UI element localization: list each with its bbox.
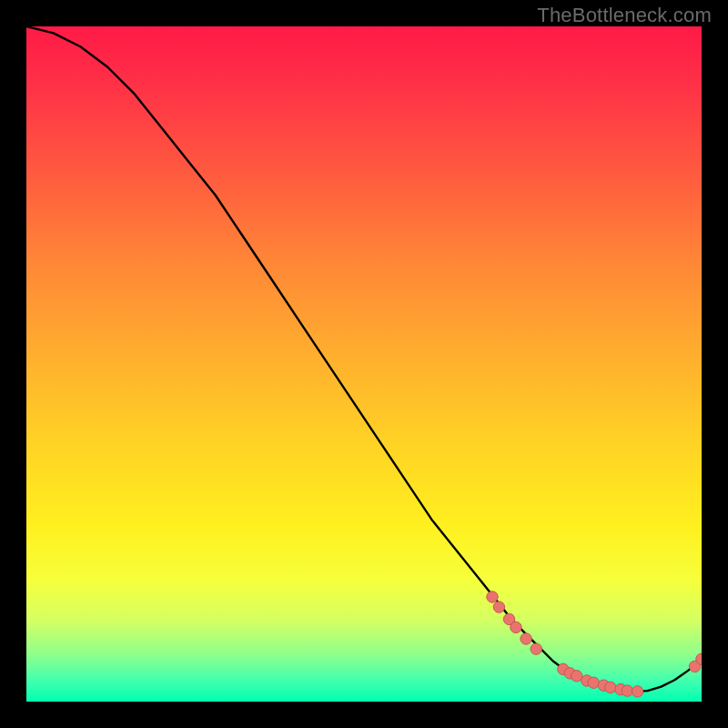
data-marker [521, 633, 531, 644]
data-marker [605, 682, 616, 693]
plot-area [26, 26, 702, 702]
data-marker [493, 602, 504, 612]
data-marker [571, 671, 582, 682]
data-marker [531, 643, 541, 654]
data-marker [487, 592, 498, 602]
data-marker [588, 677, 599, 688]
chart-frame: TheBottleneck.com [0, 0, 728, 728]
data-marker [622, 685, 632, 696]
chart-overlay [26, 26, 702, 702]
data-markers [487, 592, 702, 697]
data-marker [511, 622, 521, 632]
data-marker [632, 686, 642, 697]
watermark-text: TheBottleneck.com [537, 4, 712, 27]
bottleneck-curve [26, 26, 702, 692]
